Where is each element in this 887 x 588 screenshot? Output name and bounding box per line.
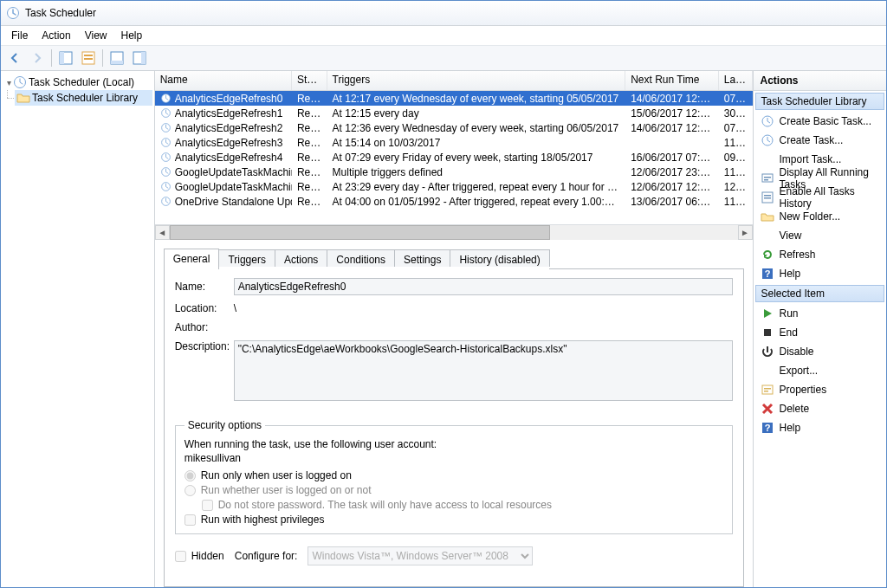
task-trigger-cell: Multiple triggers defined bbox=[327, 165, 626, 179]
action-enable-history-label: Enable All Tasks History bbox=[780, 185, 884, 210]
task-status-cell: Ready bbox=[292, 107, 327, 120]
action-export[interactable]: Export... bbox=[754, 361, 887, 380]
tree-root[interactable]: ▾ Task Scheduler (Local) bbox=[3, 74, 152, 90]
h-scrollbar[interactable]: ◄ ► bbox=[155, 224, 753, 240]
tab-general[interactable]: General bbox=[164, 249, 220, 269]
nav-forward-button[interactable] bbox=[27, 48, 48, 68]
task-row[interactable]: AnalyticsEdgeRefresh2ReadyAt 12:36 every… bbox=[155, 120, 753, 135]
scroll-left-button[interactable]: ◄ bbox=[155, 225, 170, 240]
svg-rect-31 bbox=[764, 388, 771, 390]
task-row[interactable]: OneDrive Standalone Update ...ReadyAt 04… bbox=[155, 194, 753, 209]
configure-for-select[interactable]: Windows Vista™, Windows Server™ 2008 bbox=[308, 546, 533, 565]
location-label: Location: bbox=[175, 302, 234, 314]
col-last[interactable]: Last R bbox=[719, 71, 753, 90]
action-refresh[interactable]: Refresh bbox=[754, 245, 887, 264]
radio-logged-on[interactable]: Run only when user is logged on bbox=[185, 469, 723, 481]
menu-view[interactable]: View bbox=[78, 28, 114, 43]
tab-actions[interactable]: Actions bbox=[275, 249, 327, 267]
task-status-cell: Ready bbox=[292, 180, 327, 194]
task-last-cell: 11/05 bbox=[719, 136, 753, 150]
nav-tree[interactable]: ▾ Task Scheduler (Local) Task Scheduler … bbox=[1, 71, 155, 587]
menu-file[interactable]: File bbox=[4, 28, 35, 43]
check-highest-priv[interactable]: Run with highest privileges bbox=[185, 514, 723, 526]
action-new-folder[interactable]: New Folder... bbox=[754, 207, 887, 226]
task-row[interactable]: AnalyticsEdgeRefresh3ReadyAt 15:14 on 10… bbox=[155, 135, 753, 150]
task-name-cell: GoogleUpdateTaskMachineC... bbox=[155, 165, 292, 179]
task-status-cell: Ready bbox=[292, 165, 327, 179]
task-next-cell: 15/06/2017 12:15:36 bbox=[625, 107, 719, 120]
radio-logged-on-label: Run only when user is logged on bbox=[201, 469, 352, 481]
task-row[interactable]: AnalyticsEdgeRefresh0ReadyAt 12:17 every… bbox=[155, 91, 753, 106]
action-end[interactable]: End bbox=[754, 323, 887, 342]
tab-triggers[interactable]: Triggers bbox=[218, 249, 275, 267]
configure-for-label: Configure for: bbox=[235, 550, 298, 562]
tab-filler bbox=[549, 249, 744, 269]
action-view[interactable]: View bbox=[754, 226, 887, 245]
action-run[interactable]: Run bbox=[754, 304, 887, 323]
task-row[interactable]: GoogleUpdateTaskMachineUAReadyAt 23:29 e… bbox=[155, 179, 753, 194]
name-input[interactable] bbox=[234, 278, 733, 295]
task-list-header: Name Status Triggers Next Run Time Last … bbox=[155, 71, 753, 91]
check-hidden-input[interactable] bbox=[175, 551, 186, 562]
app-icon bbox=[6, 6, 20, 20]
check-highest-priv-input[interactable] bbox=[185, 514, 196, 526]
running-icon bbox=[761, 171, 774, 185]
action-properties[interactable]: Properties bbox=[754, 380, 887, 399]
scroll-thumb[interactable] bbox=[170, 225, 550, 240]
action-new-folder-label: New Folder... bbox=[780, 210, 841, 223]
action-view-label: View bbox=[780, 229, 802, 242]
task-next-cell: 14/06/2017 12:36:31 bbox=[625, 121, 719, 135]
tab-history[interactable]: History (disabled) bbox=[450, 249, 549, 267]
col-name[interactable]: Name bbox=[155, 71, 292, 90]
menu-help[interactable]: Help bbox=[114, 28, 150, 43]
task-row[interactable]: GoogleUpdateTaskMachineC...ReadyMultiple… bbox=[155, 165, 753, 179]
action-disable[interactable]: Disable bbox=[754, 342, 887, 361]
col-triggers[interactable]: Triggers bbox=[327, 71, 626, 90]
help-icon-2: ? bbox=[761, 421, 774, 435]
show-tree-button[interactable] bbox=[55, 48, 76, 68]
action-enable-history[interactable]: Enable All Tasks History bbox=[754, 188, 887, 207]
tab-conditions[interactable]: Conditions bbox=[327, 249, 395, 267]
task-list: Name Status Triggers Next Run Time Last … bbox=[155, 71, 753, 240]
task-trigger-cell: At 12:17 every Wednesday of every week, … bbox=[327, 92, 626, 106]
radio-logged-off-input[interactable] bbox=[185, 485, 196, 496]
action-end-label: End bbox=[780, 326, 798, 339]
check-hidden[interactable]: Hidden bbox=[175, 550, 224, 562]
check-no-password-input[interactable] bbox=[202, 500, 213, 511]
tree-library[interactable]: Task Scheduler Library bbox=[15, 90, 152, 106]
check-no-password[interactable]: Do not store password. The task will onl… bbox=[202, 499, 723, 511]
tree-collapse-icon[interactable]: ▾ bbox=[4, 78, 13, 87]
task-trigger-cell: At 23:29 every day - After triggered, re… bbox=[327, 180, 626, 194]
action-delete[interactable]: Delete bbox=[754, 399, 887, 418]
action-create-basic-task[interactable]: Create Basic Task... bbox=[754, 112, 887, 131]
action-import-task-label: Import Task... bbox=[780, 153, 842, 165]
svg-rect-32 bbox=[764, 391, 768, 392]
task-list-body[interactable]: AnalyticsEdgeRefresh0ReadyAt 12:17 every… bbox=[155, 91, 753, 224]
scroll-track[interactable] bbox=[170, 225, 738, 240]
tree-library-label: Task Scheduler Library bbox=[32, 92, 138, 104]
tab-settings[interactable]: Settings bbox=[394, 249, 450, 267]
description-textarea[interactable] bbox=[234, 340, 733, 401]
task-last-cell: 09/06 bbox=[719, 151, 753, 165]
folder-icon bbox=[16, 91, 30, 105]
action-create-task[interactable]: Create Task... bbox=[754, 131, 887, 150]
task-row[interactable]: AnalyticsEdgeRefresh4ReadyAt 07:29 every… bbox=[155, 150, 753, 165]
svg-rect-26 bbox=[764, 197, 771, 199]
toolbar-btn-5[interactable] bbox=[107, 48, 127, 68]
radio-logged-on-input[interactable] bbox=[185, 470, 196, 481]
show-props-button[interactable] bbox=[78, 48, 99, 68]
nav-back-button[interactable] bbox=[4, 48, 25, 68]
details-panel: General Triggers Actions Conditions Sett… bbox=[155, 240, 753, 587]
task-trigger-cell: At 12:36 every Wednesday of every week, … bbox=[327, 121, 626, 135]
toolbar-btn-6[interactable] bbox=[129, 48, 150, 68]
action-help[interactable]: ?Help bbox=[754, 264, 887, 283]
task-row[interactable]: AnalyticsEdgeRefresh1ReadyAt 12:15 every… bbox=[155, 106, 753, 120]
col-status[interactable]: Status bbox=[292, 71, 327, 90]
menu-action[interactable]: Action bbox=[35, 28, 77, 43]
center-panel: Name Status Triggers Next Run Time Last … bbox=[155, 71, 754, 587]
task-trigger-cell: At 07:29 every Friday of every week, sta… bbox=[327, 151, 626, 165]
action-help-2[interactable]: ?Help bbox=[754, 418, 887, 437]
col-next[interactable]: Next Run Time bbox=[625, 71, 719, 90]
scroll-right-button[interactable]: ► bbox=[738, 225, 753, 240]
radio-logged-off[interactable]: Run whether user is logged on or not bbox=[185, 484, 723, 496]
